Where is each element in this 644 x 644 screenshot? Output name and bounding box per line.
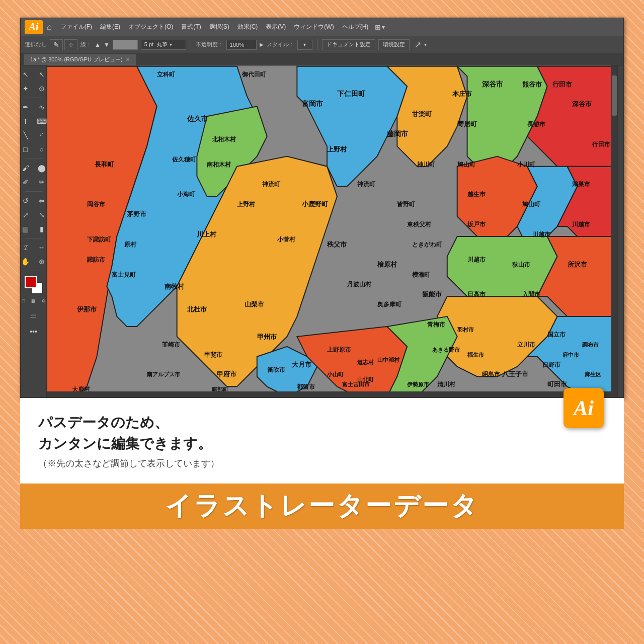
- line-segment-tool[interactable]: ╲: [19, 129, 33, 142]
- stroke-size-label: 5 pt. 丸筆: [144, 41, 168, 48]
- stroke-color-preview[interactable]: [113, 40, 138, 50]
- rect-tool-group: □ ○: [18, 142, 49, 156]
- hand-tool[interactable]: ✋: [19, 255, 33, 268]
- rotate-tool[interactable]: ↺: [19, 194, 33, 207]
- doc-tab-active[interactable]: 1ai* @ 800% (RGB/GPU プレビュー) ✕: [24, 54, 136, 65]
- menu-object[interactable]: オブジェクト(O): [125, 21, 177, 33]
- svg-text:上野原市: 上野原市: [327, 346, 352, 353]
- svg-text:鳩山町: 鳩山町: [457, 161, 476, 168]
- svg-text:山中湖村: 山中湖村: [377, 357, 400, 363]
- shaper-tool[interactable]: ✐: [19, 176, 33, 189]
- eyedropper-tool[interactable]: 𝓘: [19, 241, 33, 254]
- svg-text:伊勢原市: 伊勢原市: [407, 381, 430, 387]
- info-section: パスデータのため、 カンタンに編集できます。 （※先の太さなど調節して表示してい…: [20, 398, 624, 484]
- menu-type[interactable]: 書式(T): [178, 21, 204, 33]
- hand-zoom-group: ✋ ⊕: [18, 255, 49, 269]
- menu-window[interactable]: ウィンドウ(W): [290, 21, 337, 33]
- stroke-dropdown-icon: ▾: [170, 42, 172, 47]
- svg-text:原村: 原村: [124, 241, 137, 248]
- selection-tool-group: ↖ ↖: [18, 67, 49, 82]
- more-icon: ↗: [415, 40, 421, 49]
- tool-sep3: [25, 191, 43, 192]
- home-icon[interactable]: ⌂: [47, 23, 52, 32]
- svg-text:八王子市: 八王子市: [502, 370, 529, 378]
- svg-text:都留市: 都留市: [296, 383, 315, 390]
- map-svg: 長和町 佐久市 佐久穂町 北相木村 南相木村 小海町 川上村 茅野市 原村 富士…: [47, 65, 617, 397]
- tool-sep4: [25, 238, 43, 238]
- svg-text:山北町: 山北町: [357, 376, 374, 382]
- svg-text:入間市: 入間市: [522, 291, 541, 298]
- normal-mode-btn[interactable]: □: [20, 297, 28, 305]
- pen-tool[interactable]: ✒: [19, 101, 33, 114]
- selection-tool[interactable]: ↖: [19, 68, 33, 81]
- svg-text:狭山市: 狭山市: [512, 261, 531, 268]
- ai-badge: Ai: [564, 388, 604, 428]
- svg-text:府中市: 府中市: [562, 352, 580, 358]
- canvas-area[interactable]: 長和町 佐久市 佐久穂町 北相木村 南相木村 小海町 川上村 茅野市 原村 富士…: [47, 65, 617, 397]
- svg-text:丹波山村: 丹波山村: [347, 281, 372, 288]
- foreground-color[interactable]: [25, 276, 37, 288]
- scroll-thumb-v[interactable]: [612, 75, 617, 116]
- svg-text:寄居町: 寄居町: [457, 120, 477, 128]
- svg-text:佐久穂町: 佐久穂町: [172, 156, 197, 163]
- svg-text:下仁田町: 下仁田町: [337, 90, 366, 98]
- line-down-icon: ▼: [104, 41, 110, 48]
- menu-effect[interactable]: 効果(C): [234, 21, 262, 33]
- scale-tool[interactable]: ⤢: [19, 208, 33, 221]
- magic-wand-tool[interactable]: ✦: [19, 82, 33, 95]
- doc-tab-close[interactable]: ✕: [126, 57, 130, 62]
- svg-text:富岡市: 富岡市: [302, 100, 324, 108]
- svg-text:富士見町: 富士見町: [112, 271, 136, 278]
- tool-sep5: [25, 271, 43, 271]
- menu-select[interactable]: 選択(S): [206, 21, 233, 33]
- svg-text:佐久市: 佐久市: [187, 115, 209, 123]
- menu-file[interactable]: ファイル(F): [57, 21, 96, 33]
- svg-text:小川町: 小川町: [517, 161, 536, 168]
- select-none-label: 選択なし: [25, 41, 47, 48]
- svg-text:北杜市: 北杜市: [187, 305, 207, 313]
- tool-sep2: [25, 158, 43, 159]
- svg-text:町田市: 町田市: [547, 380, 568, 388]
- more-tools-btn[interactable]: •••: [27, 325, 41, 338]
- info-box: パスデータのため、 カンタンに編集できます。 （※先の太さなど調節して表示してい…: [20, 398, 624, 484]
- svg-text:川越市: 川越市: [532, 231, 551, 238]
- type-tool[interactable]: T: [19, 115, 33, 128]
- svg-text:立科町: 立科町: [157, 71, 176, 78]
- svg-text:飯能市: 飯能市: [422, 290, 442, 298]
- menu-edit[interactable]: 編集(E): [97, 21, 124, 33]
- screen-mode-btn[interactable]: ▦: [30, 297, 38, 305]
- svg-text:日高市: 日高市: [467, 291, 486, 298]
- ai-logo-small: Ai: [25, 20, 43, 34]
- screen-mode-toggle[interactable]: ▭: [27, 309, 41, 322]
- anchor-tool-btn[interactable]: ⊹: [64, 39, 77, 50]
- info-line1: パスデータのため、 カンタンに編集できます。: [38, 412, 606, 454]
- inner-content: Ai ⌂ ファイル(F) 編集(E) オブジェクト(O) 書式(T) 選択(S)…: [20, 18, 624, 529]
- info-line3: （※先の太さなど調節して表示しています）: [38, 457, 606, 469]
- pen-tool-btn[interactable]: ✎: [50, 39, 63, 50]
- env-settings-btn[interactable]: 環境設定: [378, 39, 410, 50]
- svg-text:笛吹市: 笛吹市: [267, 366, 286, 373]
- menu-help[interactable]: ヘルプ(H): [339, 21, 372, 33]
- svg-text:北相木村: 北相木村: [211, 136, 236, 143]
- svg-text:清川村: 清川村: [437, 381, 456, 388]
- doc-settings-btn[interactable]: ドキュメント設定: [322, 39, 375, 50]
- scrollbar-vertical[interactable]: [611, 65, 617, 397]
- color-swatch-area[interactable]: [25, 276, 43, 294]
- svg-text:熊谷市: 熊谷市: [522, 80, 542, 88]
- menu-view[interactable]: 表示(V): [262, 21, 289, 33]
- type-tool-group: T ⌨: [18, 114, 49, 128]
- svg-text:立川市: 立川市: [517, 341, 536, 348]
- scrollbar-horizontal[interactable]: [47, 391, 611, 397]
- svg-text:青梅市: 青梅市: [427, 321, 446, 328]
- rect-tool[interactable]: □: [19, 143, 33, 156]
- bar-chart-tool[interactable]: ▦: [19, 222, 33, 235]
- bottom-bar: イラストレーターデータ: [20, 484, 624, 529]
- paintbrush-tool[interactable]: 🖌: [19, 162, 33, 175]
- workspace: ↖ ↖ ✦ ⊙ ✒ ∿ T ⌨: [21, 65, 623, 397]
- svg-text:小鹿野町: 小鹿野町: [301, 200, 329, 208]
- scale-tool-group: ⤢ ⤡: [18, 208, 49, 222]
- svg-text:上野村: 上野村: [237, 201, 256, 208]
- svg-text:長瀞市: 長瀞市: [527, 121, 546, 128]
- svg-text:小菅村: 小菅村: [277, 236, 296, 243]
- svg-text:越生市: 越生市: [467, 191, 486, 198]
